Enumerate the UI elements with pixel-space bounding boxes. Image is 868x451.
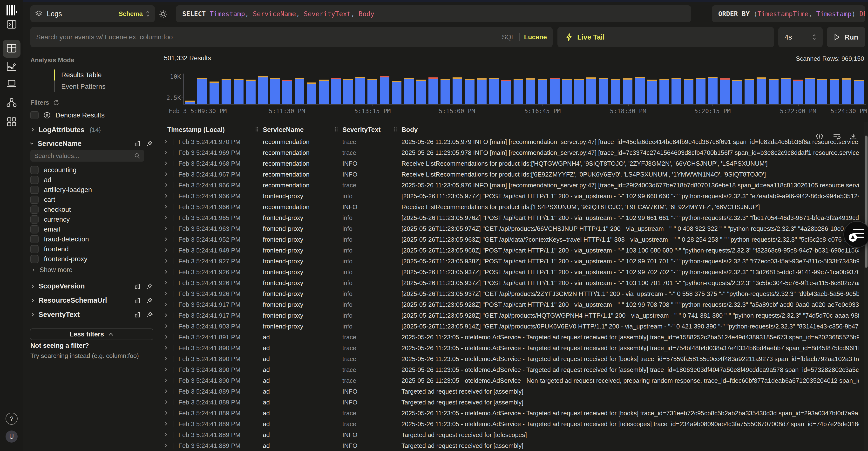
expand-chevron-icon[interactable] bbox=[164, 323, 168, 330]
filter-group-scopeversion[interactable]: ScopeVersion bbox=[23, 279, 159, 293]
histogram-bar[interactable] bbox=[817, 79, 827, 104]
histogram-bar[interactable] bbox=[805, 78, 815, 104]
histogram-bar[interactable] bbox=[307, 83, 316, 104]
col-body[interactable]: Body bbox=[401, 126, 418, 133]
filter-group-severitytext[interactable]: SeverityText bbox=[23, 307, 159, 322]
service-checkbox[interactable] bbox=[30, 235, 38, 243]
log-row[interactable]: Feb 3 5:24:41.917 PM frontend-proxy info… bbox=[159, 299, 868, 310]
event-search-input[interactable]: Search your events w/ Lucene ex. column:… bbox=[30, 27, 553, 47]
histogram-bar[interactable] bbox=[574, 79, 584, 104]
pin-icon[interactable] bbox=[146, 297, 153, 304]
expand-chevron-icon[interactable] bbox=[164, 356, 168, 362]
histogram-bar[interactable] bbox=[258, 76, 268, 104]
histogram-bar[interactable] bbox=[185, 100, 195, 104]
events-histogram[interactable]: 10K 2.5K Feb 3 5:09:30 PM5:11:30 PM5:13:… bbox=[0, 67, 868, 115]
lang-toggle-lucene[interactable]: Lucene bbox=[524, 33, 547, 41]
bar-chart-icon[interactable] bbox=[134, 140, 141, 147]
col-servicename[interactable]: ServiceName bbox=[263, 126, 304, 133]
service-filter-frontend-proxy[interactable]: frontend-proxy bbox=[23, 254, 159, 264]
log-row[interactable]: Feb 3 5:24:41.926 PM frontend-proxy info… bbox=[159, 277, 868, 288]
service-checkbox[interactable] bbox=[30, 245, 38, 253]
log-row[interactable]: Feb 3 5:24:41.952 PM frontend-proxy info… bbox=[159, 234, 868, 245]
expand-chevron-icon[interactable] bbox=[164, 247, 168, 254]
histogram-bar[interactable] bbox=[282, 80, 292, 104]
log-row[interactable]: Feb 3 5:24:41.917 PM frontend-proxy info… bbox=[159, 310, 868, 321]
histogram-bar[interactable] bbox=[210, 82, 219, 104]
histogram-bar[interactable] bbox=[793, 80, 803, 104]
order-by-editor[interactable]: ORDER BY (TimestampTime, Timestamp) DESC bbox=[712, 5, 865, 22]
log-row[interactable]: Feb 3 5:24:41.890 PM ad trace 2025-05-26… bbox=[159, 342, 868, 353]
expand-chevron-icon[interactable] bbox=[164, 161, 168, 167]
expand-chevron-icon[interactable] bbox=[164, 367, 168, 373]
histogram-bar[interactable] bbox=[465, 79, 474, 104]
histogram-bar[interactable] bbox=[769, 79, 779, 104]
lang-toggle-sql[interactable]: SQL bbox=[502, 33, 515, 41]
expand-chevron-icon[interactable] bbox=[164, 291, 168, 297]
expand-chevron-icon[interactable] bbox=[164, 280, 168, 286]
histogram-bar[interactable] bbox=[745, 79, 754, 104]
histogram-bar[interactable] bbox=[684, 79, 693, 104]
sql-console-icon[interactable] bbox=[6, 19, 17, 30]
expand-chevron-icon[interactable] bbox=[164, 182, 168, 189]
expand-chevron-icon[interactable] bbox=[164, 226, 168, 232]
expand-chevron-icon[interactable] bbox=[164, 378, 168, 384]
histogram-bar[interactable] bbox=[526, 79, 535, 104]
histogram-bar[interactable] bbox=[672, 78, 681, 104]
service-filter-checkout[interactable]: checkout bbox=[23, 205, 159, 214]
log-row[interactable]: Feb 3 5:24:41.967 PM recommendation INFO… bbox=[159, 169, 868, 180]
expand-chevron-icon[interactable] bbox=[164, 302, 168, 308]
histogram-bar[interactable] bbox=[416, 80, 426, 104]
histogram-bar[interactable] bbox=[659, 79, 669, 104]
histogram-bar[interactable] bbox=[392, 81, 401, 104]
histogram-bar[interactable] bbox=[368, 79, 377, 104]
clickhouse-logo-icon[interactable] bbox=[6, 5, 17, 17]
expand-chevron-icon[interactable] bbox=[164, 334, 168, 340]
expand-chevron-icon[interactable] bbox=[164, 215, 168, 221]
service-checkbox[interactable] bbox=[30, 215, 38, 223]
expand-chevron-icon[interactable] bbox=[164, 399, 168, 405]
histogram-bar[interactable] bbox=[599, 78, 608, 104]
drag-handle-icon[interactable] bbox=[335, 126, 338, 133]
log-row[interactable]: Feb 3 5:24:41.969 PM recommendation trac… bbox=[159, 147, 868, 158]
col-timestamp[interactable]: Timestamp (Local) bbox=[167, 126, 225, 133]
service-filter-accounting[interactable]: accounting bbox=[23, 165, 159, 175]
bar-chart-icon[interactable] bbox=[134, 297, 141, 304]
bar-chart-icon[interactable] bbox=[134, 283, 141, 290]
service-filter-currency[interactable]: currency bbox=[23, 214, 159, 224]
histogram-bar[interactable] bbox=[489, 78, 499, 104]
user-avatar[interactable]: U bbox=[5, 430, 18, 443]
histogram-bar[interactable] bbox=[380, 76, 390, 104]
pin-icon[interactable] bbox=[146, 311, 153, 318]
expand-chevron-icon[interactable] bbox=[164, 443, 168, 449]
run-button[interactable]: Run bbox=[827, 27, 865, 47]
drag-handle-icon[interactable] bbox=[255, 126, 258, 133]
histogram-bar[interactable] bbox=[781, 78, 790, 104]
histogram-bar[interactable] bbox=[355, 77, 365, 104]
expand-chevron-icon[interactable] bbox=[164, 421, 168, 427]
histogram-bar[interactable] bbox=[550, 78, 560, 104]
histogram-bar[interactable] bbox=[854, 80, 864, 104]
log-row[interactable]: Feb 3 5:24:41.889 PM ad INFO Targeted ad… bbox=[159, 397, 868, 408]
filter-group-logattributes[interactable]: LogAttributes {14} bbox=[30, 125, 159, 134]
service-filter-email[interactable]: email bbox=[23, 224, 159, 234]
histogram-bar[interactable] bbox=[404, 78, 414, 104]
log-row[interactable]: Feb 3 5:24:41.970 PM recommendation trac… bbox=[159, 136, 868, 147]
histogram-bar[interactable] bbox=[756, 78, 766, 104]
histogram-bar[interactable] bbox=[514, 79, 523, 104]
expand-chevron-icon[interactable] bbox=[164, 389, 168, 395]
service-checkbox[interactable] bbox=[30, 255, 38, 263]
expand-chevron-icon[interactable] bbox=[164, 139, 168, 145]
log-row[interactable]: Feb 3 5:24:41.949 PM frontend-proxy info… bbox=[159, 245, 868, 255]
pin-icon[interactable] bbox=[146, 283, 153, 290]
dashboards-apps-icon[interactable] bbox=[6, 117, 17, 128]
log-row[interactable]: Feb 3 5:24:41.889 PM ad INFO Targeted ad… bbox=[159, 429, 868, 440]
less-filters-button[interactable]: Less filters bbox=[30, 329, 153, 340]
histogram-bar[interactable] bbox=[732, 80, 742, 104]
log-row[interactable]: Feb 3 5:24:41.903 PM frontend-proxy info… bbox=[159, 321, 868, 332]
histogram-bar[interactable] bbox=[647, 80, 657, 104]
histogram-bar[interactable] bbox=[696, 78, 706, 104]
source-selector[interactable]: Logs Schema bbox=[30, 5, 155, 22]
log-row[interactable]: Feb 3 5:24:41.965 PM frontend-proxy info… bbox=[159, 212, 868, 223]
service-filter-artillery-loadgen[interactable]: artillery-loadgen bbox=[23, 185, 159, 194]
service-filter-frontend[interactable]: frontend bbox=[23, 244, 159, 254]
